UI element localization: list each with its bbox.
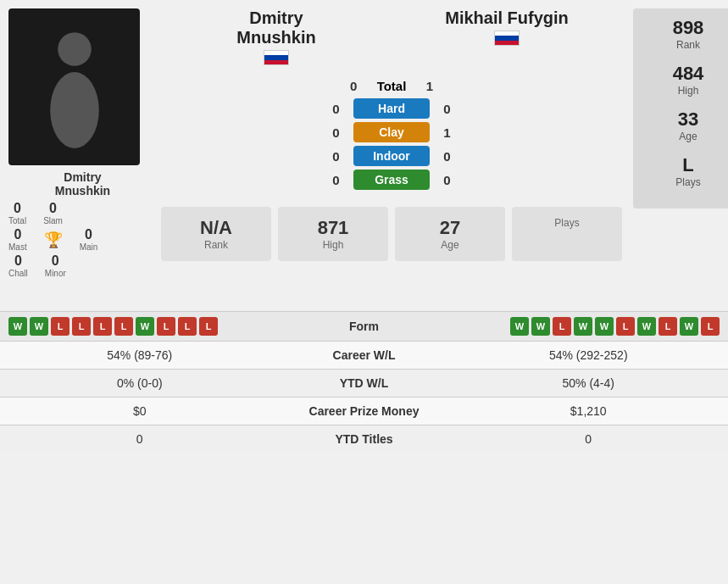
right-clay-score: 1 [436, 125, 458, 140]
right-rank-value: 898 [642, 17, 728, 39]
left-high-box: 871 High [278, 207, 388, 261]
right-rank-label: Rank [642, 39, 728, 51]
right-form-badge-3: W [574, 317, 592, 336]
trophy-icon: 🏆 [44, 231, 63, 249]
stats-right-val-3: 0 [458, 432, 720, 446]
form-section: WWLLLLWLLL Form WWLWWLWLWL [0, 311, 728, 341]
left-player-photo [8, 8, 140, 165]
left-stats-row-1: 0 Total 0 Slam [8, 201, 157, 225]
indoor-row: 0 Indoor 0 [161, 146, 622, 166]
right-flag-container [392, 31, 622, 51]
right-flag [494, 31, 520, 46]
left-age-label: Age [412, 239, 488, 251]
left-rank-value: N/A [178, 217, 254, 239]
stats-center-label-3: YTD Titles [271, 432, 458, 446]
hard-button[interactable]: Hard [353, 98, 430, 119]
left-form-badge-7: L [157, 317, 175, 336]
stats-right-val-1: 50% (4-4) [458, 376, 720, 390]
left-stats-row-3: 0 Chall 0 Minor [8, 253, 157, 278]
clay-button[interactable]: Clay [353, 122, 430, 142]
left-form-badge-3: L [72, 317, 91, 336]
stats-center-label-2: Career Prize Money [271, 404, 458, 418]
right-age-item: 33 Age [642, 108, 728, 142]
left-flag-container [161, 50, 392, 70]
right-form-badge-2: L [553, 317, 571, 336]
total-label: Total [377, 79, 407, 93]
right-form-badge-6: W [637, 317, 656, 336]
left-plays-label: Plays [529, 217, 605, 229]
right-title-name: Mikhail Fufygin [392, 8, 622, 28]
right-form-badge-5: L [616, 317, 635, 336]
right-form-badge-1: W [531, 317, 550, 336]
hard-row: 0 Hard 0 [161, 98, 622, 119]
right-stats-box: 898 Rank 484 High 33 Age L Plays [633, 8, 728, 209]
player-names-row: DmitryMnushkin Mikhail Fufygin [161, 8, 622, 70]
stats-left-val-1: 0% (0-0) [8, 376, 271, 390]
left-mast-stat: 0 Mast [8, 227, 27, 252]
right-indoor-score: 0 [436, 149, 458, 164]
right-form-badge-4: W [595, 317, 614, 336]
left-plays-box: Plays [512, 207, 622, 261]
left-silhouette-icon [36, 24, 113, 151]
left-hard-score: 0 [325, 102, 347, 116]
left-form-badge-6: W [136, 317, 154, 336]
indoor-button[interactable]: Indoor [353, 146, 430, 166]
stats-left-val-3: 0 [8, 432, 271, 446]
right-total-score: 1 [419, 79, 440, 93]
center-col: DmitryMnushkin Mikhail Fufygin 0 Total [161, 8, 622, 261]
left-player-name: Dmitry Mnushkin [8, 170, 157, 197]
stats-row-1: 0% (0-0)YTD W/L50% (4-4) [0, 369, 728, 397]
left-form-badges: WWLLLLWLLL [8, 317, 314, 336]
left-minor-stat: 0 Minor [45, 253, 66, 278]
left-age-box: 27 Age [395, 207, 505, 261]
left-form-badge-8: L [178, 317, 197, 336]
trophy-icon-container: 🏆 [44, 227, 63, 252]
left-form-badge-2: L [51, 317, 69, 336]
info-boxes-row: N/A Rank 871 High 27 Age Plays [161, 200, 622, 261]
total-row: 0 Total 1 [335, 74, 449, 98]
right-age-value: 33 [642, 108, 728, 131]
stats-right-val-0: 54% (292-252) [458, 348, 720, 362]
stats-center-label-0: Career W/L [271, 348, 458, 362]
right-plays-value: L [642, 154, 728, 176]
right-plays-label: Plays [642, 176, 728, 188]
left-slam-stat: 0 Slam [43, 201, 63, 225]
left-grass-score: 0 [325, 173, 347, 187]
form-label: Form [314, 320, 415, 333]
right-grass-score: 0 [436, 173, 458, 187]
right-rank-item: 898 Rank [642, 17, 728, 51]
left-form-badge-1: W [30, 317, 48, 336]
right-player-title: Mikhail Fufygin [392, 8, 622, 70]
left-high-label: High [295, 239, 371, 251]
left-form-badge-4: L [93, 317, 112, 336]
left-player-col: Dmitry Mnushkin 0 Total 0 Slam 0 Mast [8, 8, 157, 280]
stats-left-val-2: $0 [8, 404, 271, 418]
right-hard-score: 0 [436, 102, 458, 116]
left-indoor-score: 0 [325, 149, 347, 164]
left-total-stat: 0 Total [8, 201, 26, 225]
svg-point-0 [58, 32, 92, 66]
svg-point-1 [50, 72, 99, 148]
left-rank-box: N/A Rank [161, 207, 271, 261]
stats-row-2: $0Career Prize Money$1,210 [0, 397, 728, 425]
right-form-badge-9: L [701, 317, 720, 336]
stats-center-label-1: YTD W/L [271, 376, 458, 390]
left-form-badge-9: L [199, 317, 218, 336]
grass-row: 0 Grass 0 [161, 170, 622, 190]
left-main-stat: 0 Main [80, 227, 98, 252]
right-high-item: 484 High [642, 63, 728, 97]
left-flag [264, 50, 289, 65]
left-chall-stat: 0 Chall [8, 253, 28, 278]
left-player-title: DmitryMnushkin [161, 8, 392, 70]
stats-left-val-0: 54% (89-76) [8, 348, 271, 362]
right-form-badge-7: L [659, 317, 677, 336]
right-form-badge-0: W [510, 317, 529, 336]
clay-row: 0 Clay 1 [161, 122, 622, 142]
right-high-value: 484 [642, 63, 728, 85]
right-plays-item: L Plays [642, 154, 728, 188]
stats-container: 54% (89-76)Career W/L54% (292-252)0% (0-… [0, 341, 728, 453]
top-area: Dmitry Mnushkin 0 Total 0 Slam 0 Mast [0, 0, 728, 304]
left-rank-label: Rank [178, 239, 254, 251]
grass-button[interactable]: Grass [353, 170, 430, 190]
right-high-label: High [642, 85, 728, 97]
